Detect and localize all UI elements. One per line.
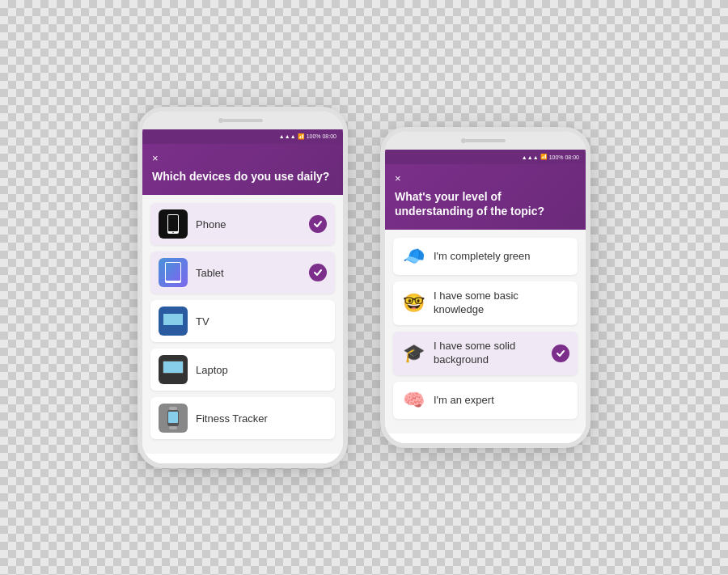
green-emoji: 🧢 [401,246,425,267]
tablet-label: Tablet [196,267,301,279]
phone-2: ▲▲▲ 📶 100% 08:00 × What's your level of … [380,127,590,448]
status-icons-1: ▲▲▲ 📶 100% 08:00 [279,133,336,140]
fitness-label: Fitness Tracker [196,412,327,425]
solid-emoji: 🎓 [401,343,425,364]
svg-rect-1 [168,215,178,231]
laptop-label: Laptop [196,364,327,376]
list-item-tv[interactable]: TV [150,300,335,342]
svg-rect-14 [169,426,177,429]
tv-device-icon [159,307,188,336]
phone1-header: × Which devices do you use daily? [142,144,343,195]
list-item-tablet[interactable]: Tablet [150,252,335,294]
phone-1: ▲▲▲ 📶 100% 08:00 × Which devices do you … [138,107,348,468]
tv-label: TV [196,315,327,328]
close-button-1[interactable]: × [152,152,333,164]
phone-device-icon [159,209,188,239]
wifi-icon-2: 📶 [540,154,548,160]
quiz-item-solid[interactable]: 🎓 I have some solid background [393,332,578,375]
svg-rect-11 [169,407,177,410]
phone2-top-bezel [385,132,586,150]
speaker-slot [222,119,263,122]
tablet-check-icon [309,264,327,281]
camera-dot-2 [461,138,466,143]
phone2-content: 🧢 I'm completely green 🤓 I have some bas… [385,230,586,433]
laptop-device-icon [159,355,188,384]
wifi-icon: 📶 [298,133,305,140]
phone1-title: Which devices do you use daily? [152,169,333,184]
status-bar-1: ▲▲▲ 📶 100% 08:00 [142,129,343,144]
status-icons-2: ▲▲▲ 📶 100% 08:00 [522,154,579,160]
quiz-item-expert[interactable]: 🧠 I'm an expert [393,382,578,419]
phone2-bottom [385,433,586,443]
phone2-header: × What's your level of understanding of … [385,164,586,230]
expert-label: I'm an expert [434,394,569,408]
svg-rect-7 [170,327,176,329]
camera-dot [218,118,223,123]
signal-icon: ▲▲▲ [279,133,296,139]
phone-label: Phone [196,218,301,230]
svg-rect-9 [163,361,183,373]
svg-rect-4 [166,263,180,281]
battery-label: 100% 08:00 [307,133,336,139]
phone-top-bezel [142,112,343,129]
phone1-content: Phone [142,195,343,454]
green-label: I'm completely green [434,250,569,264]
list-item-fitness[interactable]: Fitness Tracker [150,397,335,439]
battery-label-2: 100% 08:00 [549,154,579,160]
solid-label: I have some solid background [434,340,544,367]
basic-emoji: 🤓 [401,293,425,314]
phone-1-frame: ▲▲▲ 📶 100% 08:00 × Which devices do you … [138,107,348,468]
basic-label: I have some basic knowledge [434,290,569,317]
fitness-device-icon [159,404,188,433]
close-button-2[interactable]: × [395,172,576,184]
phone-check-icon [309,215,327,233]
phone-2-frame: ▲▲▲ 📶 100% 08:00 × What's your level of … [380,127,590,448]
list-item-laptop[interactable]: Laptop [150,349,335,391]
tablet-device-icon [159,258,188,287]
solid-check-icon [552,345,569,362]
quiz-item-basic[interactable]: 🤓 I have some basic knowledge [393,281,578,325]
svg-point-2 [172,232,174,234]
svg-rect-6 [163,314,183,325]
quiz-item-green[interactable]: 🧢 I'm completely green [393,238,578,275]
list-item-phone[interactable]: Phone [150,203,335,245]
signal-icon-2: ▲▲▲ [522,154,539,160]
phone2-title: What's your level of understanding of th… [395,189,576,218]
svg-rect-10 [161,374,185,376]
phone1-bottom [142,454,343,463]
svg-rect-13 [168,412,178,423]
expert-emoji: 🧠 [401,390,425,411]
speaker-slot-2 [465,139,506,142]
status-bar-2: ▲▲▲ 📶 100% 08:00 [385,150,586,164]
